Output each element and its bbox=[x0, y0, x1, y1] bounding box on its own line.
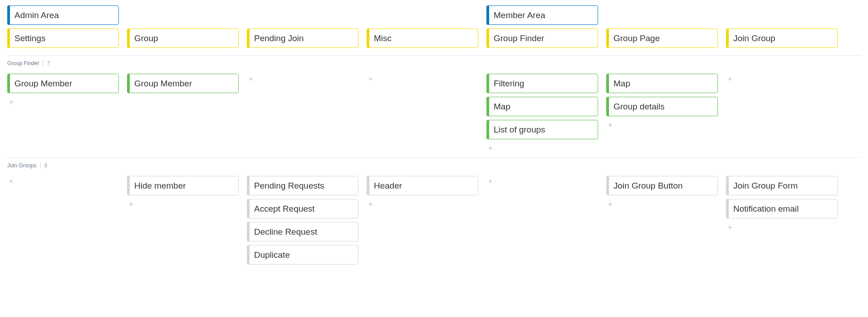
add-card-button[interactable] bbox=[726, 74, 838, 85]
add-card-button[interactable] bbox=[367, 74, 478, 85]
card-edge bbox=[726, 199, 729, 218]
card-edge bbox=[7, 5, 10, 25]
card-edge bbox=[486, 28, 489, 48]
card[interactable]: Duplicate bbox=[247, 245, 359, 265]
card[interactable]: Settings bbox=[7, 28, 119, 48]
card-edge bbox=[7, 74, 10, 93]
add-card-button[interactable] bbox=[127, 199, 239, 210]
column: Group bbox=[127, 5, 239, 52]
add-card-button[interactable] bbox=[726, 222, 838, 233]
card-label: Pending Join bbox=[254, 33, 304, 43]
column: Misc bbox=[367, 5, 478, 52]
card[interactable]: Hide member bbox=[127, 176, 239, 195]
column bbox=[486, 176, 598, 187]
card[interactable]: Notification email bbox=[726, 199, 838, 218]
card[interactable]: Misc bbox=[367, 28, 478, 48]
column: Join Group Button bbox=[606, 176, 718, 210]
column: Group Page bbox=[606, 5, 718, 52]
column: Group Member bbox=[7, 74, 119, 108]
column: MapGroup details bbox=[606, 74, 718, 131]
add-card-button[interactable] bbox=[606, 120, 718, 131]
column: Join Group bbox=[726, 5, 838, 52]
column: Member AreaGroup Finder bbox=[486, 5, 598, 52]
card-edge bbox=[486, 74, 489, 93]
card[interactable]: Group Member bbox=[127, 74, 239, 93]
card-label: Admin Area bbox=[14, 10, 59, 20]
column: Pending Join bbox=[247, 5, 359, 52]
add-card-button[interactable] bbox=[7, 97, 119, 108]
card-edge bbox=[606, 74, 609, 93]
card-edge bbox=[606, 176, 609, 195]
section-count: 9 bbox=[40, 162, 47, 169]
card[interactable]: Pending Join bbox=[247, 28, 359, 48]
add-card-button[interactable] bbox=[486, 143, 598, 154]
add-card-button[interactable] bbox=[7, 176, 119, 187]
card-label: Group details bbox=[613, 102, 665, 112]
card-edge bbox=[486, 5, 489, 25]
card-label: Map bbox=[494, 102, 510, 112]
card-label: Group bbox=[134, 33, 158, 43]
card-edge bbox=[486, 120, 489, 139]
column: Header bbox=[367, 176, 478, 210]
card[interactable]: Group bbox=[127, 28, 239, 48]
column: Hide member bbox=[127, 176, 239, 210]
card[interactable]: Member Area bbox=[486, 5, 598, 25]
card-label: Header bbox=[374, 181, 402, 191]
column: Join Group FormNotification email bbox=[726, 176, 838, 233]
card[interactable]: Map bbox=[486, 97, 598, 116]
card[interactable]: Header bbox=[367, 176, 478, 195]
column: Admin AreaSettings bbox=[7, 5, 119, 52]
card[interactable]: Decline Request bbox=[247, 222, 359, 241]
card[interactable]: Pending Requests bbox=[247, 176, 359, 195]
card-label: Notification email bbox=[733, 204, 799, 214]
column bbox=[726, 74, 838, 85]
card-label: Member Area bbox=[494, 10, 545, 20]
section-count: 7 bbox=[43, 60, 50, 66]
card[interactable]: Group Page bbox=[606, 28, 718, 48]
card-edge bbox=[7, 28, 10, 48]
card-label: Group Member bbox=[14, 79, 72, 89]
card[interactable]: Filtering bbox=[486, 74, 598, 93]
card-edge bbox=[127, 176, 130, 195]
section-header-group-finder[interactable]: Group Finder 7 bbox=[7, 56, 861, 74]
section2-columns: Hide memberPending RequestsAccept Reques… bbox=[7, 176, 861, 268]
card[interactable]: Group details bbox=[606, 97, 718, 116]
column bbox=[247, 74, 359, 85]
add-card-button[interactable] bbox=[486, 176, 598, 187]
card-label: List of groups bbox=[494, 125, 545, 135]
column: FilteringMapList of groups bbox=[486, 74, 598, 154]
card-label: Filtering bbox=[494, 79, 524, 89]
card-label: Join Group bbox=[733, 33, 775, 43]
add-card-button[interactable] bbox=[247, 74, 359, 85]
card-label: Duplicate bbox=[254, 250, 290, 260]
column: Group Member bbox=[127, 74, 239, 97]
card[interactable]: Group Member bbox=[7, 74, 119, 93]
add-card-button[interactable] bbox=[367, 199, 478, 210]
card-edge bbox=[127, 74, 130, 93]
card[interactable]: Map bbox=[606, 74, 718, 93]
card-edge bbox=[247, 28, 250, 48]
card-label: Group Member bbox=[134, 79, 192, 89]
column bbox=[7, 176, 119, 187]
top-columns: Admin AreaSettingsGroupPending JoinMiscM… bbox=[7, 5, 861, 52]
section-header-join-groups[interactable]: Join Groups 9 bbox=[7, 158, 861, 176]
card-edge bbox=[247, 199, 250, 218]
card-label: Map bbox=[613, 79, 630, 89]
section1-columns: Group MemberGroup MemberFilteringMapList… bbox=[7, 74, 861, 154]
card-edge bbox=[247, 176, 250, 195]
card-label: Join Group Button bbox=[613, 181, 683, 191]
card[interactable]: Admin Area bbox=[7, 5, 119, 25]
card-label: Accept Request bbox=[254, 204, 315, 214]
card-edge bbox=[486, 97, 489, 116]
card[interactable]: Group Finder bbox=[486, 28, 598, 48]
card[interactable]: Join Group Form bbox=[726, 176, 838, 195]
card[interactable]: Join Group bbox=[726, 28, 838, 48]
card[interactable]: Join Group Button bbox=[606, 176, 718, 195]
card[interactable]: List of groups bbox=[486, 120, 598, 139]
card-label: Settings bbox=[14, 33, 46, 43]
column: Pending RequestsAccept RequestDecline Re… bbox=[247, 176, 359, 268]
card-edge bbox=[247, 245, 250, 265]
card-edge bbox=[606, 28, 609, 48]
add-card-button[interactable] bbox=[606, 199, 718, 210]
card[interactable]: Accept Request bbox=[247, 199, 359, 218]
